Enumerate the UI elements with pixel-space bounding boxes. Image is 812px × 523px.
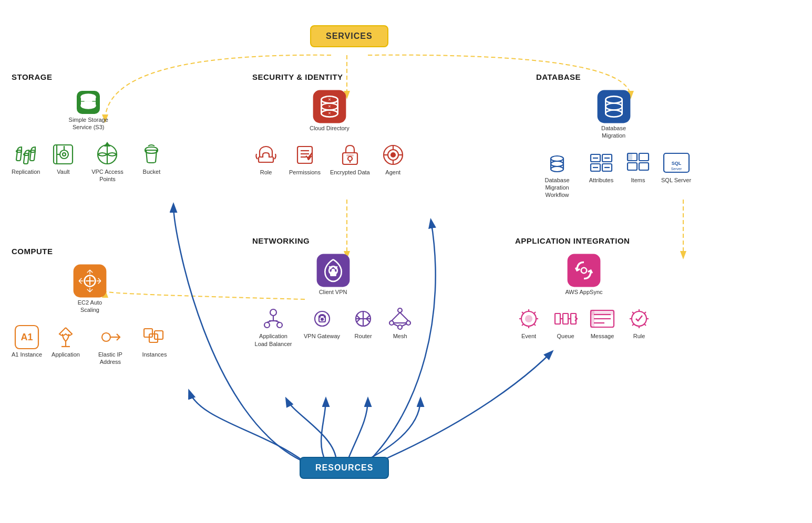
db-workflow-label: Database Migration Workflow: [536, 176, 578, 199]
svg-rect-122: [555, 313, 560, 324]
attributes-wrapper: Attributes: [588, 149, 615, 184]
svg-point-101: [398, 308, 402, 312]
encrypted-label: Encrypted Data: [330, 169, 370, 176]
database-section: DATABASE Database Migration: [536, 72, 691, 198]
vault-wrapper: Vault: [49, 141, 77, 175]
router-icon: [350, 305, 377, 332]
svg-line-104: [392, 312, 400, 321]
svg-point-52: [551, 156, 563, 161]
database-title: DATABASE: [536, 72, 691, 81]
svg-rect-132: [591, 310, 614, 315]
mesh-wrapper: Mesh: [386, 305, 414, 340]
sql-label: SQL Server: [661, 176, 691, 184]
appsync-icon: [566, 253, 602, 288]
svg-line-140: [632, 324, 634, 326]
svg-text:Server: Server: [671, 167, 682, 171]
agent-label: Agent: [385, 169, 400, 176]
svg-point-36: [348, 156, 352, 161]
mesh-label: Mesh: [393, 332, 407, 340]
router-wrapper: Router: [350, 305, 377, 340]
rule-label: Rule: [633, 332, 645, 340]
elastic-ip-label: Elastic IP Address: [89, 351, 131, 366]
svg-rect-38: [347, 155, 353, 156]
event-label: Event: [521, 332, 536, 340]
attributes-label: Attributes: [589, 176, 613, 184]
vault-icon: [49, 141, 77, 168]
rule-wrapper: Rule: [625, 305, 653, 340]
svg-rect-46: [597, 90, 630, 123]
db-workflow-icon: [543, 149, 571, 176]
s3-label: Simple Storage Service (S3): [67, 116, 109, 131]
ec2-icon: [72, 263, 108, 299]
security-section: SECURITY & IDENTITY ✕ ✕ ✕ Cloud Director…: [252, 72, 407, 176]
vault-label: Vault: [57, 168, 69, 175]
app-integration-section: APPLICATION INTEGRATION AWS AppSync: [515, 236, 653, 340]
security-row: Role ✓ Permissions: [252, 141, 407, 176]
svg-text:✕: ✕: [328, 104, 331, 108]
db-workflow-wrapper: Database Migration Workflow: [536, 149, 578, 199]
svg-point-89: [270, 309, 276, 316]
storage-title: STORAGE: [12, 72, 165, 81]
db-migration-wrapper: Database Migration: [536, 89, 691, 140]
application-icon: [52, 323, 79, 351]
application-label: Application: [52, 351, 80, 358]
svg-rect-85: [155, 331, 163, 339]
app-integration-row: Event Queue: [515, 305, 653, 340]
svg-text:A1: A1: [21, 332, 33, 342]
permissions-icon: ✓: [291, 141, 318, 169]
message-wrapper: Message: [589, 305, 616, 340]
attributes-icon: [588, 149, 615, 176]
svg-text:✓: ✓: [307, 154, 312, 162]
svg-rect-66: [639, 153, 649, 161]
alb-label: Application Load Balancer: [252, 332, 294, 348]
svg-line-138: [632, 312, 634, 314]
svg-line-108: [394, 324, 398, 326]
services-node: SERVICES: [310, 25, 388, 47]
client-vpn-wrapper: Client VPN: [252, 253, 414, 296]
compute-section: COMPUTE EC2 Auto Scaling: [12, 247, 168, 365]
svg-text:✕: ✕: [328, 111, 331, 115]
svg-rect-124: [571, 313, 576, 324]
agent-wrapper: Agent: [379, 141, 407, 176]
svg-point-91: [277, 322, 282, 328]
elastic-ip-wrapper: Elastic IP Address: [89, 323, 131, 366]
role-label: Role: [260, 169, 272, 176]
replication-label: Replication: [12, 168, 40, 175]
svg-line-117: [522, 312, 523, 313]
cloud-directory-icon: ✕ ✕ ✕: [312, 89, 347, 124]
svg-line-105: [400, 312, 408, 321]
role-icon: [252, 141, 280, 169]
svg-point-102: [389, 321, 394, 325]
instances-label: Instances: [142, 351, 167, 358]
svg-point-13: [60, 150, 68, 159]
rule-icon: [625, 305, 653, 332]
svg-rect-83: [144, 329, 152, 337]
storage-section: STORAGE Simple Storage Service (S3): [12, 72, 165, 183]
alb-icon: [260, 305, 287, 332]
instances-wrapper: Instances: [141, 323, 168, 358]
svg-rect-68: [639, 163, 649, 170]
compute-title: COMPUTE: [12, 247, 168, 256]
svg-line-119: [522, 324, 523, 326]
security-title: SECURITY & IDENTITY: [252, 72, 407, 81]
svg-rect-84: [149, 334, 158, 342]
permissions-label: Permissions: [289, 169, 321, 176]
svg-point-81: [102, 333, 110, 341]
appsync-wrapper: AWS AppSync: [515, 253, 653, 296]
ec2-wrapper: EC2 Auto Scaling: [12, 263, 168, 314]
replication-icon: [12, 141, 39, 168]
appsync-label: AWS AppSync: [565, 288, 602, 296]
vpc-ap-label: VPC Access Points: [86, 168, 128, 183]
vpn-gateway-icon: [309, 305, 336, 332]
svg-point-54: [551, 166, 563, 172]
a1-wrapper: A1 A1 Instance: [12, 323, 42, 358]
svg-rect-110: [568, 254, 601, 287]
svg-line-141: [644, 324, 646, 326]
application-wrapper: Application: [52, 323, 80, 358]
svg-rect-69: [628, 153, 632, 161]
ec2-label: EC2 Auto Scaling: [69, 299, 111, 314]
cloud-dir-wrapper: ✕ ✕ ✕ Cloud Directory: [252, 89, 407, 132]
svg-line-120: [534, 324, 536, 326]
diagram-container: SERVICES STORAGE Simpl: [0, 0, 812, 523]
instances-icon: [141, 323, 168, 351]
